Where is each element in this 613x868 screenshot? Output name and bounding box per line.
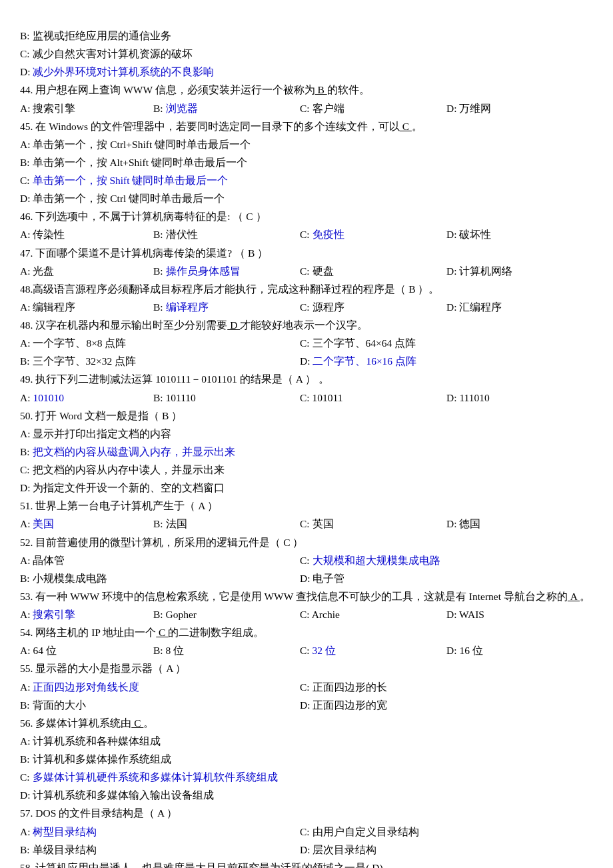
q56-stem-2: 。: [143, 717, 154, 729]
q50-opt-d: D: 为指定文件开设一个新的、空的文档窗口: [20, 479, 593, 497]
q48a-b-answer: 编译程序: [166, 301, 209, 313]
q55-row2: B: 背面的大小 D: 正面四边形的宽: [20, 696, 593, 714]
q46-stem: 46. 下列选项中，不属于计算机病毒特征的是: （ C ）: [20, 207, 593, 225]
q48b-blank: D: [227, 319, 240, 331]
q52-c-answer: 大规模和超大规模集成电路: [312, 555, 440, 566]
q44-b-answer: 浏览器: [166, 103, 198, 114]
q44-opt-d: D: 万维网: [446, 99, 593, 117]
q57-opt-d: D: 层次目录结构: [300, 841, 593, 859]
q56-blank: C: [131, 717, 143, 729]
q52-opt-a: A: 晶体管: [20, 551, 300, 569]
q54-stem-1: 54. 网络主机的 IP 地址由一个: [20, 627, 156, 638]
q47-opt-c: C: 硬盘: [300, 262, 446, 280]
q50-opt-a: A: 显示并打印出指定文档的内容: [20, 425, 593, 443]
q46-opt-a: A: 传染性: [20, 225, 153, 243]
q47-opt-b: B: 操作员身体感冒: [153, 262, 300, 280]
q56-c-prefix: C:: [20, 771, 33, 783]
q49-options: A: 101010 B: 101110 C: 101011 D: 111010: [20, 389, 593, 407]
q48b-opt-d: D: 二个字节、16×16 点阵: [300, 352, 593, 370]
q57-stem: 57. DOS 的文件目录结构是（ A ）: [20, 804, 593, 822]
q44-options: A: 搜索引擎 B: 浏览器 C: 客户端 D: 万维网: [20, 99, 593, 117]
q52-row2: B: 小规模集成电路 D: 电子管: [20, 569, 593, 587]
q54-stem: 54. 网络主机的 IP 地址由一个 C 的二进制数字组成。: [20, 623, 593, 641]
q48b-opt-a: A: 一个字节、8×8 点阵: [20, 334, 300, 352]
q54-c-answer: 32 位: [312, 645, 336, 656]
q54-opt-b: B: 8 位: [153, 641, 300, 659]
q44-opt-c: C: 客户端: [300, 99, 446, 117]
q53-stem-1: 53. 有一种 WWW 环境中的信息检索系统，它是使用 WWW 查找信息不可缺少…: [20, 591, 568, 602]
q56-stem-1: 56. 多媒体计算机系统由: [20, 717, 131, 729]
q51-a-answer: 美国: [33, 518, 54, 529]
q44-opt-b: B: 浏览器: [153, 99, 300, 117]
q47-b-prefix: B:: [153, 265, 166, 277]
q48a-b-prefix: B:: [153, 301, 166, 313]
q53-stem-2: 。: [580, 591, 590, 602]
q44-stem-1: 44. 用户想在网上查询 WWW 信息，必须安装并运行一个被称为: [20, 84, 315, 95]
q56-opt-b: B: 计算机和多媒体操作系统组成: [20, 750, 593, 768]
q52-c-prefix: C:: [300, 555, 312, 566]
q46-c-answer: 免疫性: [312, 229, 344, 240]
q47-options: A: 光盘 B: 操作员身体感冒 C: 硬盘 D: 计算机网络: [20, 262, 593, 280]
q44-stem-2: 的软件。: [327, 84, 370, 95]
q58-stem: 58. 计算机应用中最诱人、也是难度最大且目前研究最为活跃的领域之一是( D): [20, 859, 593, 868]
q53-opt-c: C: Archie: [300, 605, 446, 623]
q48b-stem: 48. 汉字在机器内和显示输出时至少分别需要 D 才能较好地表示一个汉字。: [20, 316, 593, 334]
q53-a-answer: 搜索引擎: [33, 609, 75, 620]
q57-opt-c: C: 由用户自定义目录结构: [300, 823, 593, 841]
q49-opt-c: C: 101011: [300, 389, 446, 407]
q48b-d-prefix: D:: [300, 355, 312, 367]
q51-options: A: 美国 B: 法国 C: 英国 D: 德国: [20, 515, 593, 533]
q56-opt-a: A: 计算机系统和各种媒体组成: [20, 732, 593, 750]
q45-blank: C: [400, 121, 412, 132]
q52-opt-c: C: 大规模和超大规模集成电路: [300, 551, 593, 569]
q53-blank: A: [568, 591, 580, 602]
q45-c-answer: 单击第一个，按 Shift 键同时单击最后一个: [33, 175, 229, 186]
q47-opt-d: D: 计算机网络: [446, 262, 593, 280]
q49-opt-b: B: 101110: [153, 389, 300, 407]
q45-stem-1: 45. 在 Windows 的文件管理器中，若要同时选定同一目录下的多个连续文件…: [20, 121, 400, 132]
q57-row1: A: 树型目录结构 C: 由用户自定义目录结构: [20, 823, 593, 841]
q44-opt-a: A: 搜索引擎: [20, 99, 153, 117]
q45-c-prefix: C:: [20, 175, 33, 186]
q57-opt-b: B: 单级目录结构: [20, 841, 300, 859]
q51-opt-c: C: 英国: [300, 515, 446, 533]
q57-a-prefix: A:: [20, 826, 33, 837]
q43-opt-c: C: 减少自然灾害对计算机资源的破坏: [20, 45, 593, 63]
q53-options: A: 搜索引擎 B: Gopher C: Archie D: WAIS: [20, 605, 593, 623]
q50-b-prefix: B:: [20, 446, 33, 457]
q53-opt-d: D: WAIS: [446, 605, 593, 623]
q55-opt-a: A: 正面四边形对角线长度: [20, 678, 300, 696]
q45-opt-a: A: 单击第一个，按 Ctrl+Shift 键同时单击最后一个: [20, 135, 593, 153]
q44-blank: B: [315, 84, 327, 95]
q49-opt-a: A: 101010: [20, 389, 153, 407]
q55-a-answer: 正面四边形对角线长度: [33, 681, 139, 693]
q49-opt-d: D: 111010: [446, 389, 593, 407]
q48b-d-answer: 二个字节、16×16 点阵: [312, 355, 416, 367]
q52-stem: 52. 目前普遍使用的微型计算机，所采用的逻辑元件是（ C ）: [20, 533, 593, 551]
q45-stem-2: 。: [412, 121, 422, 132]
q53-opt-b: B: Gopher: [153, 605, 300, 623]
q49-a-prefix: A:: [20, 392, 33, 403]
q50-opt-c: C: 把文档的内容从内存中读人，并显示出来: [20, 461, 593, 479]
q46-opt-c: C: 免疫性: [300, 225, 446, 243]
q50-stem: 50. 打开 Word 文档一般是指（ B ）: [20, 407, 593, 425]
q47-b-answer: 操作员身体感冒: [166, 265, 241, 277]
q45-opt-c: C: 单击第一个，按 Shift 键同时单击最后一个: [20, 171, 593, 189]
q46-options: A: 传染性 B: 潜伏性 C: 免疫性 D: 破坏性: [20, 225, 593, 243]
q50-opt-b: B: 把文档的内容从磁盘调入内存，并显示出来: [20, 443, 593, 461]
q51-opt-a: A: 美国: [20, 515, 153, 533]
q43-d-answer: 减少外界环境对计算机系统的不良影响: [33, 66, 214, 77]
q53-opt-a: A: 搜索引擎: [20, 605, 153, 623]
q55-opt-c: C: 正面四边形的长: [300, 678, 593, 696]
q52-opt-b: B: 小规模集成电路: [20, 569, 300, 587]
q46-opt-d: D: 破坏性: [446, 225, 593, 243]
q57-opt-a: A: 树型目录结构: [20, 823, 300, 841]
q48a-options: A: 编辑程序 B: 编译程序 C: 源程序 D: 汇编程序: [20, 298, 593, 316]
q55-a-prefix: A:: [20, 681, 33, 693]
q47-stem: 47. 下面哪个渠道不是计算机病毒传染的渠道? （ B ）: [20, 244, 593, 262]
q56-c-answer: 多媒体计算机硬件系统和多媒体计算机软件系统组成: [33, 771, 278, 783]
q44-b-prefix: B:: [153, 103, 166, 114]
q56-opt-c: C: 多媒体计算机硬件系统和多媒体计算机软件系统组成: [20, 768, 593, 786]
q54-stem-2: 的二进制数字组成。: [168, 627, 264, 638]
q50-b-answer: 把文档的内容从磁盘调入内存，并显示出来: [33, 446, 235, 457]
